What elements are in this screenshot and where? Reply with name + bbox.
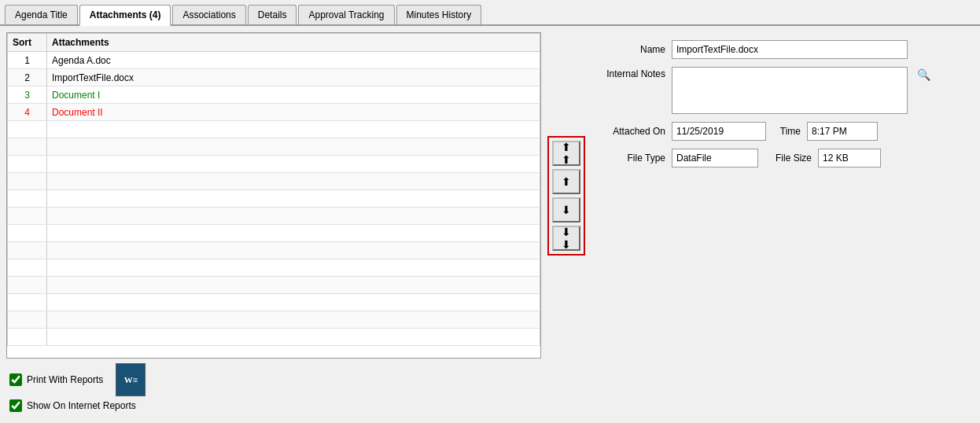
name-row: Name xyxy=(602,40,966,59)
file-size-label: File Size xyxy=(764,153,812,164)
file-type-row: File Type File Size xyxy=(602,149,966,167)
move-to-bottom-button[interactable]: ⬇⬇ xyxy=(552,226,580,251)
internal-notes-label: Internal Notes xyxy=(602,67,665,79)
print-with-reports-checkbox[interactable] xyxy=(9,373,22,386)
table-and-buttons: Sort Attachments 1 Agenda A.doc 2 xyxy=(6,32,588,359)
internal-notes-textarea[interactable] xyxy=(672,67,908,114)
left-panel: Sort Attachments 1 Agenda A.doc 2 xyxy=(6,32,588,417)
table-row[interactable]: 2 ImportTextFile.docx xyxy=(8,69,540,86)
table-row-empty xyxy=(8,294,540,311)
table-row[interactable]: 3 Document I xyxy=(8,86,540,104)
show-on-internet-reports-item: Show On Internet Reports xyxy=(9,399,585,412)
tab-details[interactable]: Details xyxy=(248,5,297,24)
print-with-reports-label: Print With Reports xyxy=(27,374,103,385)
attachment-name: Agenda A.doc xyxy=(47,52,540,69)
move-down-icon: ⬇ xyxy=(562,204,571,216)
show-on-internet-reports-checkbox[interactable] xyxy=(9,399,22,412)
name-label: Name xyxy=(602,44,665,55)
table-row-empty xyxy=(8,138,540,156)
table-row-empty xyxy=(8,311,540,329)
checkboxes-row: Print With Reports W≡ Show On Internet R… xyxy=(6,359,588,417)
tab-attachments[interactable]: Attachments (4) xyxy=(79,5,171,26)
sort-cell: 3 xyxy=(8,86,47,104)
sort-cell: 4 xyxy=(8,104,47,121)
word-doc-icon[interactable]: W≡ xyxy=(116,363,146,396)
tabs-bar: Agenda Title Attachments (4) Association… xyxy=(0,0,980,26)
attached-on-label: Attached On xyxy=(602,126,665,137)
time-input[interactable] xyxy=(807,122,878,141)
right-panel: Name Internal Notes 🔍 Attached On Time F… xyxy=(595,32,974,417)
tab-minutes-history[interactable]: Minutes History xyxy=(396,5,482,24)
move-up-button[interactable]: ⬆ xyxy=(552,169,580,194)
tab-associations[interactable]: Associations xyxy=(172,5,245,24)
internal-notes-row: Internal Notes 🔍 xyxy=(602,67,966,114)
tab-agenda-title[interactable]: Agenda Title xyxy=(5,5,78,24)
file-type-input[interactable] xyxy=(672,149,758,167)
attached-on-row: Attached On Time xyxy=(602,122,966,141)
expand-icon[interactable]: 🔍 xyxy=(917,68,930,81)
table-row-empty xyxy=(8,225,540,242)
file-type-label: File Type xyxy=(602,153,665,164)
attachments-table: Sort Attachments 1 Agenda A.doc 2 xyxy=(7,33,540,346)
move-to-bottom-icon: ⬇⬇ xyxy=(562,226,571,251)
main-container: Agenda Title Attachments (4) Association… xyxy=(0,0,980,423)
print-with-reports-item: Print With Reports W≡ xyxy=(9,363,585,396)
move-to-top-button[interactable]: ⬆⬆ xyxy=(552,141,580,166)
table-row[interactable]: 1 Agenda A.doc xyxy=(8,52,540,69)
sort-cell: 1 xyxy=(8,52,47,69)
table-row-empty xyxy=(8,208,540,225)
sort-btn-group: ⬆⬆ ⬆ ⬇ ⬇⬇ xyxy=(547,136,585,256)
show-on-internet-reports-label: Show On Internet Reports xyxy=(27,400,136,411)
table-row-empty xyxy=(8,121,540,138)
table-row-empty xyxy=(8,259,540,277)
word-icon-label: W≡ xyxy=(124,375,138,384)
table-row-empty xyxy=(8,242,540,259)
move-to-top-icon: ⬆⬆ xyxy=(562,141,571,166)
file-size-input[interactable] xyxy=(818,149,881,167)
table-row-empty xyxy=(8,277,540,294)
table-row-empty xyxy=(8,156,540,173)
attachment-name: ImportTextFile.docx xyxy=(47,69,540,86)
table-row-empty xyxy=(8,173,540,190)
table-row-empty xyxy=(8,329,540,346)
name-input[interactable] xyxy=(672,40,908,59)
table-row[interactable]: 4 Document II xyxy=(8,104,540,121)
attachment-name: Document I xyxy=(47,86,540,104)
time-label: Time xyxy=(772,126,801,137)
col-attachments: Attachments xyxy=(47,34,540,52)
attachment-name: Document II xyxy=(47,104,540,121)
move-up-icon: ⬆ xyxy=(562,175,571,188)
sort-cell: 2 xyxy=(8,69,47,86)
move-down-button[interactable]: ⬇ xyxy=(552,197,580,223)
table-row-empty xyxy=(8,190,540,208)
col-sort: Sort xyxy=(8,34,47,52)
sort-buttons-panel: ⬆⬆ ⬆ ⬇ ⬇⬇ xyxy=(544,32,588,359)
attached-on-input[interactable] xyxy=(672,122,766,141)
tab-approval-tracking[interactable]: Approval Tracking xyxy=(298,5,394,24)
attachments-table-wrapper: Sort Attachments 1 Agenda A.doc 2 xyxy=(6,32,541,359)
content-area: Sort Attachments 1 Agenda A.doc 2 xyxy=(0,26,980,423)
